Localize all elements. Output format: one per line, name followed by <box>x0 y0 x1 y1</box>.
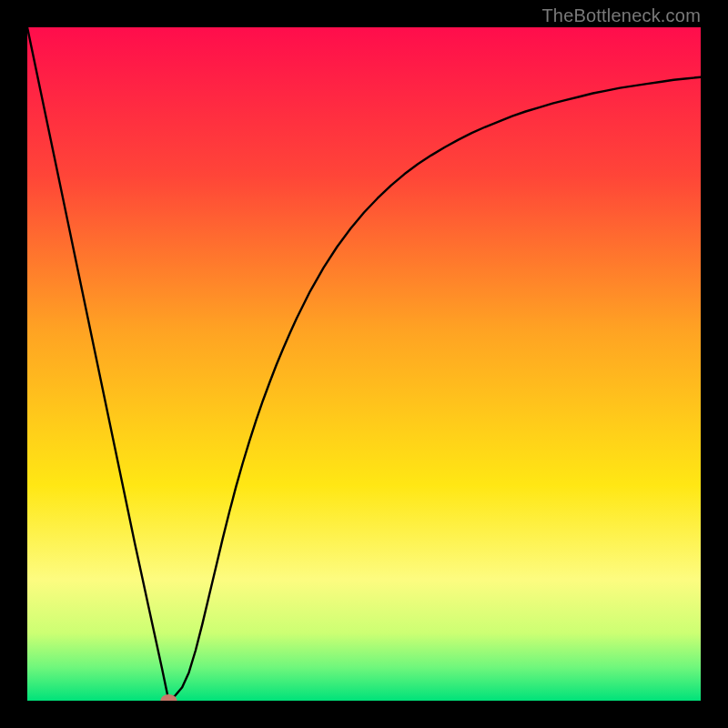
chart-frame: TheBottleneck.com <box>0 0 728 728</box>
plot-area <box>27 27 701 701</box>
svg-rect-0 <box>27 27 701 701</box>
plot-background <box>27 27 701 701</box>
watermark-text: TheBottleneck.com <box>541 5 701 26</box>
